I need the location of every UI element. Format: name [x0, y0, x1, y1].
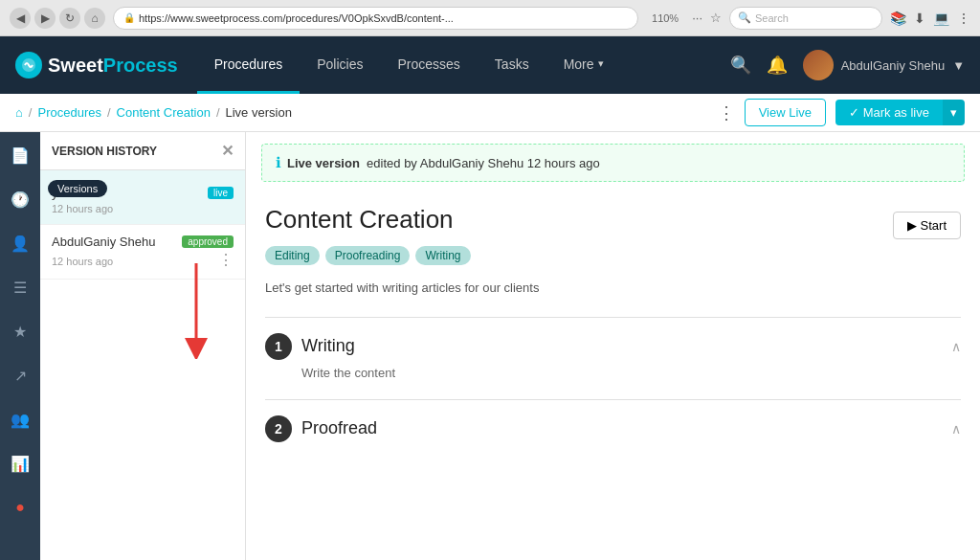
version-time-1: 12 hours ago — [52, 203, 234, 214]
main-area: 📄 🕐 👤 ☰ ★ ↗ 👥 📊 ● VERSION HISTORY ✕ Vers… — [0, 132, 980, 560]
mark-as-live-dropdown[interactable]: ▾ — [943, 100, 965, 125]
mark-live-group: ✓ Mark as live ▾ — [835, 100, 965, 125]
home-button[interactable]: ⌂ — [84, 8, 105, 29]
step-item-2: 2 Proofread ∧ — [265, 415, 961, 442]
view-live-button[interactable]: View Live — [745, 99, 826, 126]
step-1-description: Write the content — [301, 366, 961, 380]
sidebar-icon-star[interactable]: ★ — [7, 318, 33, 345]
version-item-menu[interactable]: ⋮ — [218, 251, 234, 269]
brand-process: Process — [103, 55, 178, 76]
address-bar[interactable]: 🔒 https://www.sweetprocess.com/procedure… — [113, 7, 638, 30]
version-time-2: 12 hours ago — [52, 256, 113, 267]
step-1-title: Writing — [301, 336, 355, 356]
live-notice-prefix: Live version — [287, 156, 360, 170]
breadcrumb-sep-1: / — [29, 105, 33, 120]
sidebar-icon-list[interactable]: ☰ — [7, 274, 33, 301]
sidebar-icon-share[interactable]: ↗ — [7, 362, 33, 389]
sidebar-icon-person[interactable]: 👤 — [7, 230, 33, 257]
breadcrumb-procedures[interactable]: Procedures — [37, 105, 100, 120]
nav-processes[interactable]: Processes — [381, 36, 478, 94]
step-1-collapse-icon[interactable]: ∧ — [951, 339, 961, 354]
breadcrumb-actions: ⋮ View Live ✓ Mark as live ▾ — [718, 99, 965, 126]
user-name: AbdulGaniy Shehu — [841, 58, 945, 73]
content-title: Content Creation — [265, 205, 961, 235]
lock-icon: 🔒 — [123, 12, 135, 23]
breadcrumb: ⌂ / Procedures / Content Creation / Live… — [15, 105, 292, 120]
version-panel-close[interactable]: ✕ — [221, 142, 234, 160]
version-item-live: Versions y Shehu live 12 hours ago — [40, 170, 245, 225]
browser-ext-icons: 📚 ⬇ 💻 ⋮ — [890, 11, 970, 26]
start-button[interactable]: ▶ Start — [893, 212, 961, 239]
step-2-header: 2 Proofread ∧ — [265, 415, 961, 442]
step-1-header: 1 Writing ∧ — [265, 333, 961, 360]
section-divider-1 — [265, 317, 961, 318]
nav-policies[interactable]: Policies — [300, 36, 380, 94]
tag-editing[interactable]: Editing — [265, 246, 320, 265]
step-2-number: 2 — [265, 415, 292, 442]
breadcrumb-content-creation[interactable]: Content Creation — [117, 105, 211, 120]
browser-more-icon[interactable]: ··· — [692, 11, 702, 25]
breadcrumb-sep-3: / — [216, 105, 220, 120]
step-1-number: 1 — [265, 333, 292, 360]
arrow-annotation — [182, 254, 211, 362]
brand-text: SweetProcess — [48, 55, 178, 77]
user-menu[interactable]: AbdulGaniy Shehu ▼ — [803, 50, 965, 80]
search-icon: 🔍 — [738, 11, 751, 24]
ext3-icon[interactable]: 💻 — [933, 11, 949, 26]
step-2-collapse-icon[interactable]: ∧ — [951, 421, 961, 437]
section-divider-2 — [265, 399, 961, 400]
navbar: SweetProcess Procedures Policies Process… — [0, 36, 980, 94]
more-arrow-icon: ▾ — [598, 57, 604, 70]
actions-menu-icon[interactable]: ⋮ — [718, 102, 735, 123]
version-name-2: AbdulGaniy Shehu — [52, 235, 155, 249]
tag-proofreading[interactable]: Proofreading — [325, 246, 411, 265]
nav-more[interactable]: More ▾ — [546, 36, 621, 94]
sidebar-icon-dot[interactable]: ● — [7, 494, 33, 521]
nav-right: 🔍 🔔 AbdulGaniy Shehu ▼ — [730, 50, 965, 80]
sidebar-icon-chart[interactable]: 📊 — [7, 450, 33, 477]
versions-pill[interactable]: Versions — [48, 180, 107, 197]
browser-search[interactable]: 🔍 Search — [729, 7, 882, 30]
content-description: Let's get started with writing articles … — [265, 279, 961, 298]
ext1-icon[interactable]: 📚 — [890, 11, 906, 26]
info-icon: ℹ — [276, 154, 281, 171]
breadcrumb-live-version: Live version — [226, 105, 292, 120]
zoom-level: 110% — [646, 12, 684, 24]
browser-chrome: ◀ ▶ ↻ ⌂ 🔒 https://www.sweetprocess.com/p… — [0, 0, 980, 36]
sidebar-icons: 📄 🕐 👤 ☰ ★ ↗ 👥 📊 ● — [0, 132, 40, 560]
refresh-button[interactable]: ↻ — [59, 8, 80, 29]
breadcrumb-sep-2: / — [107, 105, 111, 120]
content-panel: ℹ Live version edited by AbdulGaniy Sheh… — [246, 132, 980, 560]
forward-button[interactable]: ▶ — [34, 8, 56, 29]
brand-logo[interactable]: SweetProcess — [15, 52, 178, 78]
tags-container: Editing Proofreading Writing — [265, 246, 471, 265]
search-label: Search — [755, 12, 789, 24]
version-panel-header: VERSION HISTORY ✕ — [40, 132, 245, 170]
mark-as-live-button[interactable]: ✓ Mark as live — [835, 100, 943, 125]
ext2-icon[interactable]: ⬇ — [914, 11, 925, 26]
breadcrumb-bar: ⌂ / Procedures / Content Creation / Live… — [0, 94, 980, 132]
sidebar-icon-group[interactable]: 👥 — [7, 406, 33, 433]
bookmark-icon[interactable]: ☆ — [710, 11, 722, 25]
user-dropdown-arrow: ▼ — [952, 58, 965, 73]
ext4-icon[interactable]: ⋮ — [957, 11, 970, 26]
step-item-1: 1 Writing ∧ Write the content — [265, 333, 961, 380]
sidebar-icon-document[interactable]: 📄 — [7, 142, 33, 168]
nav-tasks[interactable]: Tasks — [478, 36, 546, 94]
nav-procedures[interactable]: Procedures — [197, 36, 301, 94]
tag-writing[interactable]: Writing — [415, 246, 470, 265]
address-text: https://www.sweetprocess.com/procedures/… — [139, 12, 454, 24]
back-button[interactable]: ◀ — [10, 8, 31, 29]
search-nav-icon[interactable]: 🔍 — [730, 55, 751, 76]
content-body: Content Creation Editing Proofreading Wr… — [246, 193, 980, 473]
live-notice-suffix: edited by AbdulGaniy Shehu 12 hours ago — [367, 156, 600, 170]
version-panel: VERSION HISTORY ✕ Versions y Shehu live … — [40, 132, 246, 560]
sidebar-icon-history[interactable]: 🕐 — [7, 186, 33, 213]
live-notice: ℹ Live version edited by AbdulGaniy Sheh… — [261, 144, 965, 182]
brand-icon — [15, 52, 42, 78]
version-badge-approved: approved — [182, 235, 234, 248]
brand-sweet: Sweet — [48, 55, 103, 76]
notifications-icon[interactable]: 🔔 — [767, 55, 788, 76]
step-2-title: Proofread — [301, 418, 377, 438]
home-icon[interactable]: ⌂ — [15, 105, 23, 120]
